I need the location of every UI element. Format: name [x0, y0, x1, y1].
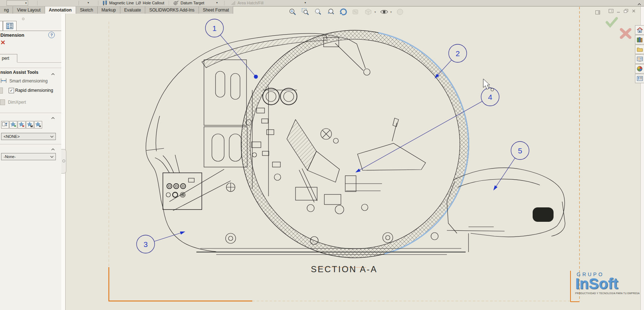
restore-icon[interactable] [623, 9, 629, 13]
favorites-dropdown-value: <NONE> [4, 134, 20, 139]
favorites-dropdown[interactable]: <NONE> [1, 133, 56, 140]
panel-grip[interactable] [22, 18, 25, 20]
save-favorite-button[interactable] [26, 121, 34, 129]
command-manager-tabs: ngView LayoutAnnotationSketchMarkupEvalu… [0, 6, 233, 13]
leader-attach-dot [254, 75, 258, 79]
subtab-baseline [17, 62, 61, 63]
logo-tagline-text: PRODUCTIVIDAD Y TECNOLOGIA PARA TU EMPRE… [575, 292, 634, 295]
property-manager-tabstrip [0, 21, 61, 31]
zoom-to-area-icon[interactable] [301, 8, 310, 16]
ribbon-separator [98, 1, 98, 5]
tab-sheet-format[interactable]: Sheet Format [199, 6, 234, 14]
rotate-view-icon[interactable] [339, 8, 347, 16]
headsup-view-toolbar: ▾ ▾ [288, 7, 404, 17]
caret-down-icon[interactable]: ▾ [88, 1, 89, 4]
caret-down-icon[interactable]: ▾ [305, 1, 306, 4]
magnetic-line-button[interactable]: Magnetic Line [102, 0, 134, 6]
tab-markup[interactable]: Markup [98, 6, 120, 14]
caret-down-icon[interactable]: ▾ [390, 10, 392, 14]
appearances-scenes-button[interactable] [635, 64, 644, 73]
home-icon [636, 27, 643, 33]
view-palette-button[interactable] [635, 54, 644, 64]
tab-sketch[interactable]: Sketch [76, 6, 98, 14]
panel-collapse-handle[interactable] [61, 149, 66, 174]
area-hatch-fill-icon [231, 0, 236, 5]
chevron-down-icon [50, 135, 54, 138]
hide-show-items-icon[interactable] [380, 8, 388, 16]
balloon-number: 3 [143, 240, 148, 248]
ribbon-dropdown-button-1[interactable]: ▾ [6, 0, 28, 6]
property-manager-panel: Dimension ? ✕ pert nsion Assist Tools Sm… [0, 14, 61, 310]
dimxpert-subtab[interactable]: pert [0, 54, 17, 62]
tab-ng[interactable]: ng [0, 6, 13, 14]
collapse-chevron-icon[interactable] [51, 146, 55, 152]
appearances-sphere-icon [636, 66, 643, 72]
confirmation-corner[interactable] [607, 18, 630, 37]
delete-favorite-button[interactable] [18, 121, 26, 129]
solidworks-resources-button[interactable] [635, 25, 644, 35]
confirm-ok-icon[interactable] [607, 18, 617, 26]
hole-callout-button[interactable]: Hole Callout [136, 0, 164, 6]
show-pane-icon[interactable] [608, 9, 614, 13]
appearances-icon [396, 8, 404, 16]
document-window-controls [608, 9, 636, 13]
section-view-drawing[interactable] [146, 30, 565, 258]
bale-chamber-inner [250, 39, 460, 249]
tab-view-layout[interactable]: View Layout [13, 6, 45, 14]
balloon-leader [496, 158, 515, 188]
display-style-icon[interactable] [364, 8, 373, 16]
feature-manager-tab[interactable] [0, 21, 3, 31]
rapid-dimensioning-checkbox[interactable]: ✓ [9, 88, 14, 93]
insoft-logo: GRUPO InSoft PRODUCTIVIDAD Y TECNOLOGIA … [573, 271, 634, 295]
hole-callout-icon [136, 1, 141, 5]
minimize-icon[interactable] [616, 9, 621, 13]
balloon-number: 5 [518, 147, 522, 155]
folder-icon [636, 46, 643, 52]
custom-properties-icon [636, 76, 643, 81]
load-favorite-button[interactable] [34, 121, 42, 129]
ribbon-separator [79, 1, 79, 5]
section-divider [0, 113, 61, 113]
balloon-2[interactable]: 2 [435, 44, 467, 78]
collapse-chevron-icon[interactable] [51, 114, 55, 121]
tab-annotation[interactable]: Annotation [45, 6, 76, 14]
tab-solidworks-add-ins[interactable]: SOLIDWORKS Add-Ins [145, 6, 199, 14]
pane-icon[interactable] [595, 9, 600, 16]
datum-target-button[interactable]: Datum Target [173, 0, 204, 6]
zoom-to-fit-icon[interactable] [288, 8, 297, 16]
close-icon[interactable] [631, 9, 636, 13]
smart-dimension-icon[interactable] [0, 78, 7, 85]
tab-evaluate[interactable]: Evaluate [120, 6, 146, 14]
assist-tools-header[interactable]: nsion Assist Tools [0, 70, 38, 75]
section-divider [0, 144, 61, 144]
property-manager-tab[interactable] [3, 21, 17, 31]
file-explorer-button[interactable] [635, 45, 644, 54]
rapid-dimension-icon [0, 87, 3, 94]
collapse-chevron-icon[interactable] [51, 71, 55, 77]
style-dropdown-value: -None- [4, 154, 16, 159]
ribbon-collapse-chevron-icon[interactable] [637, 1, 641, 7]
magnetic-line-icon [102, 0, 108, 5]
rapid-dimensioning-label[interactable]: Rapid dimensioning [15, 88, 53, 93]
caret-down-icon[interactable]: ▾ [216, 1, 218, 4]
ribbon-bar: ▾ ▾ Magnetic Line Hole Callout Datum Tar… [0, 0, 644, 6]
add-favorite-button[interactable] [9, 121, 17, 129]
zoom-in-out-icon[interactable] [314, 8, 322, 16]
section-divider [0, 68, 61, 68]
datum-target-label: Datum Target [181, 1, 204, 5]
design-library-button[interactable] [635, 35, 644, 44]
apply-defaults-favorite-button[interactable] [1, 121, 9, 129]
confirm-cancel-icon[interactable] [621, 30, 630, 37]
smart-dimensioning-label[interactable]: Smart dimensioning [9, 78, 48, 84]
balloon-5[interactable]: 5 [493, 141, 529, 190]
design-library-icon [636, 37, 643, 43]
balloon-3[interactable]: 3 [137, 232, 185, 253]
previous-view-icon[interactable] [326, 8, 335, 16]
drawing-sheet: 12345 [0, 0, 644, 310]
logo-name-text: InSoft [575, 277, 634, 291]
help-icon[interactable]: ? [48, 32, 55, 38]
panel-close-icon[interactable]: ✕ [0, 39, 5, 46]
caret-down-icon[interactable]: ▾ [374, 10, 376, 14]
style-dropdown[interactable]: -None- [1, 153, 56, 160]
custom-properties-button[interactable] [635, 74, 644, 83]
